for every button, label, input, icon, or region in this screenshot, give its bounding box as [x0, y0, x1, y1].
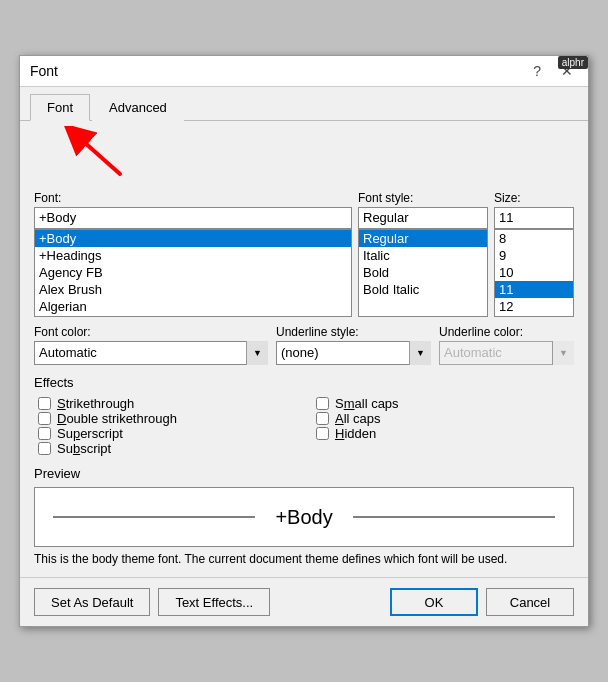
hidden-checkbox[interactable]	[316, 427, 329, 440]
ok-button[interactable]: OK	[390, 588, 478, 616]
tab-advanced[interactable]: Advanced	[92, 94, 184, 121]
dialog-footer: Set As Default Text Effects... OK Cancel	[20, 577, 588, 626]
preview-section-label: Preview	[34, 466, 574, 481]
all-caps-item: All caps	[316, 411, 574, 426]
subscript-label: Subscript	[57, 441, 111, 456]
font-color-select-wrap: Automatic ▼	[34, 341, 268, 365]
size-column: Size: 8 9 10 11 12	[494, 191, 574, 317]
double-strikethrough-label: Double strikethrough	[57, 411, 177, 426]
hidden-label: Hidden	[335, 426, 376, 441]
strikethrough-item: Strikethrough	[38, 396, 296, 411]
list-item[interactable]: Regular	[359, 230, 487, 247]
small-caps-label: Small caps	[335, 396, 399, 411]
effects-right: Small caps All caps Hidden	[316, 396, 574, 456]
dialog-title: Font	[30, 63, 58, 79]
preview-left-line	[53, 516, 255, 517]
strikethrough-checkbox[interactable]	[38, 397, 51, 410]
effects-grid: Strikethrough Double strikethrough Super…	[38, 396, 574, 456]
list-item[interactable]: 12	[495, 298, 573, 315]
superscript-label: Superscript	[57, 426, 123, 441]
superscript-item: Superscript	[38, 426, 296, 441]
tab-font[interactable]: Font	[30, 94, 90, 121]
svg-line-1	[75, 134, 120, 174]
list-item[interactable]: 10	[495, 264, 573, 281]
dialog-content: Font: +Body +Headings Agency FB Alex Bru…	[20, 181, 588, 578]
underline-style-field: Underline style: (none) ▼	[276, 325, 431, 365]
list-item[interactable]: +Body	[35, 230, 351, 247]
style-input[interactable]	[358, 207, 488, 229]
style-column: Font style: Regular Italic Bold Bold Ita…	[358, 191, 488, 317]
size-input[interactable]	[494, 207, 574, 229]
list-item[interactable]: 11	[495, 281, 573, 298]
underline-style-select-wrap: (none) ▼	[276, 341, 431, 365]
title-bar: Font ? ✕ alphr	[20, 56, 588, 87]
red-arrow-icon	[60, 126, 130, 184]
footer-left-buttons: Set As Default Text Effects...	[34, 588, 382, 616]
alphr-badge: alphr	[558, 56, 588, 69]
underline-color-select-wrap: Automatic ▼	[439, 341, 574, 365]
preview-box: +Body	[34, 487, 574, 547]
set-default-button[interactable]: Set As Default	[34, 588, 150, 616]
preview-right-line	[353, 516, 555, 517]
all-caps-checkbox[interactable]	[316, 412, 329, 425]
small-caps-item: Small caps	[316, 396, 574, 411]
strikethrough-label: Strikethrough	[57, 396, 134, 411]
effects-left: Strikethrough Double strikethrough Super…	[38, 396, 296, 456]
double-strikethrough-item: Double strikethrough	[38, 411, 296, 426]
size-label: Size:	[494, 191, 574, 205]
size-list[interactable]: 8 9 10 11 12	[494, 229, 574, 317]
underline-style-select[interactable]: (none)	[276, 341, 431, 365]
small-caps-checkbox[interactable]	[316, 397, 329, 410]
style-label: Font style:	[358, 191, 488, 205]
font-color-field: Font color: Automatic ▼	[34, 325, 268, 365]
list-item[interactable]: Agency FB	[35, 264, 351, 281]
font-list[interactable]: +Body +Headings Agency FB Alex Brush Alg…	[34, 229, 352, 317]
superscript-checkbox[interactable]	[38, 427, 51, 440]
help-button[interactable]: ?	[528, 62, 546, 80]
subscript-item: Subscript	[38, 441, 296, 456]
preview-lines: +Body	[53, 505, 555, 528]
effects-section-label: Effects	[34, 375, 574, 390]
list-item[interactable]: +Headings	[35, 247, 351, 264]
title-bar-left: Font	[30, 63, 58, 79]
list-item[interactable]: Bold Italic	[359, 281, 487, 298]
font-input[interactable]	[34, 207, 352, 229]
list-item[interactable]: Algerian	[35, 298, 351, 315]
all-caps-label: All caps	[335, 411, 381, 426]
text-effects-button[interactable]: Text Effects...	[158, 588, 270, 616]
list-item[interactable]: 8	[495, 230, 573, 247]
underline-style-label: Underline style:	[276, 325, 431, 339]
preview-section: Preview +Body This is the body theme fon…	[34, 466, 574, 568]
tab-bar: Font Advanced	[20, 87, 588, 121]
list-item[interactable]: Bold	[359, 264, 487, 281]
style-list[interactable]: Regular Italic Bold Bold Italic	[358, 229, 488, 317]
preview-description: This is the body theme font. The current…	[34, 551, 574, 568]
list-item[interactable]: Italic	[359, 247, 487, 264]
arrow-annotation-area	[30, 121, 578, 181]
underline-color-select[interactable]: Automatic	[439, 341, 574, 365]
dropdown-row: Font color: Automatic ▼ Underline style:…	[34, 325, 574, 365]
font-fields-row: Font: +Body +Headings Agency FB Alex Bru…	[34, 191, 574, 317]
font-label: Font:	[34, 191, 352, 205]
font-color-select[interactable]: Automatic	[34, 341, 268, 365]
underline-color-field: Underline color: Automatic ▼	[439, 325, 574, 365]
double-strikethrough-checkbox[interactable]	[38, 412, 51, 425]
cancel-button[interactable]: Cancel	[486, 588, 574, 616]
font-color-label: Font color:	[34, 325, 268, 339]
font-column: Font: +Body +Headings Agency FB Alex Bru…	[34, 191, 352, 317]
font-dialog: Font ? ✕ alphr Font Advanced	[19, 55, 589, 628]
subscript-checkbox[interactable]	[38, 442, 51, 455]
hidden-item: Hidden	[316, 426, 574, 441]
list-item[interactable]: Alex Brush	[35, 281, 351, 298]
preview-text: +Body	[255, 505, 352, 528]
list-item[interactable]: 9	[495, 247, 573, 264]
underline-color-label: Underline color:	[439, 325, 574, 339]
